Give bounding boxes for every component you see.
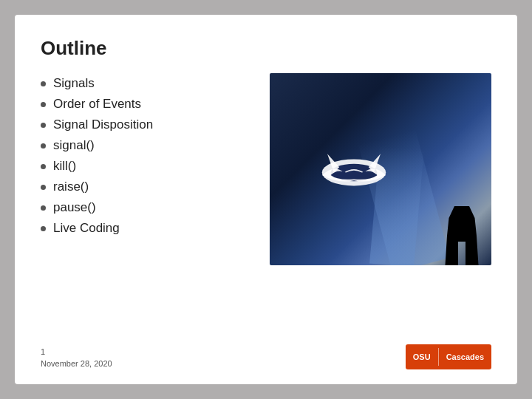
bullet-text: pause() xyxy=(53,200,96,215)
bullet-dot-icon xyxy=(41,81,46,86)
figure-silhouette xyxy=(443,206,480,265)
bullet-text: signal() xyxy=(53,138,95,153)
osu-divider xyxy=(438,348,439,366)
bullet-text: raise() xyxy=(53,180,89,194)
bullet-item: signal() xyxy=(41,135,255,156)
page-number: 1 xyxy=(41,347,112,358)
bullet-text: Signals xyxy=(53,76,95,91)
bullet-dot-icon xyxy=(41,205,46,211)
bullet-item: Order of Events xyxy=(41,94,255,115)
bullet-text: Order of Events xyxy=(53,97,141,112)
bullet-dot-icon xyxy=(41,226,46,231)
footer-info: 1 November 28, 2020 xyxy=(41,347,112,369)
bullet-text: Signal Disposition xyxy=(53,117,153,132)
bullet-item: Signals xyxy=(41,73,255,94)
bullet-list: SignalsOrder of EventsSignal Disposition… xyxy=(41,73,255,337)
image-area: this? ⬇ xyxy=(270,73,491,265)
osu-badge: OSU Cascades xyxy=(406,344,491,369)
bullet-text: kill() xyxy=(53,159,76,174)
bullet-item: Live Coding xyxy=(41,218,255,239)
bullet-item: pause() xyxy=(41,197,255,218)
slide: Outline SignalsOrder of EventsSignal Dis… xyxy=(15,15,517,384)
cascades-label: Cascades xyxy=(446,352,484,361)
bullet-text: Live Coding xyxy=(53,221,120,236)
bullet-dot-icon xyxy=(41,164,46,169)
date: November 28, 2020 xyxy=(41,358,112,369)
bullet-item: Signal Disposition xyxy=(41,115,255,135)
bullet-dot-icon xyxy=(41,143,46,149)
bullet-item: raise() xyxy=(41,177,255,197)
bullet-item: kill() xyxy=(41,156,255,177)
slide-footer: 1 November 28, 2020 OSU Cascades xyxy=(41,344,491,369)
bullet-dot-icon xyxy=(41,102,46,107)
bullet-dot-icon xyxy=(41,123,46,128)
slide-title: Outline xyxy=(41,37,491,60)
batman-logo xyxy=(321,147,387,188)
bullet-dot-icon xyxy=(41,185,46,190)
slide-content: SignalsOrder of EventsSignal Disposition… xyxy=(41,73,491,337)
batman-image xyxy=(270,73,491,265)
osu-label: OSU xyxy=(413,352,431,361)
